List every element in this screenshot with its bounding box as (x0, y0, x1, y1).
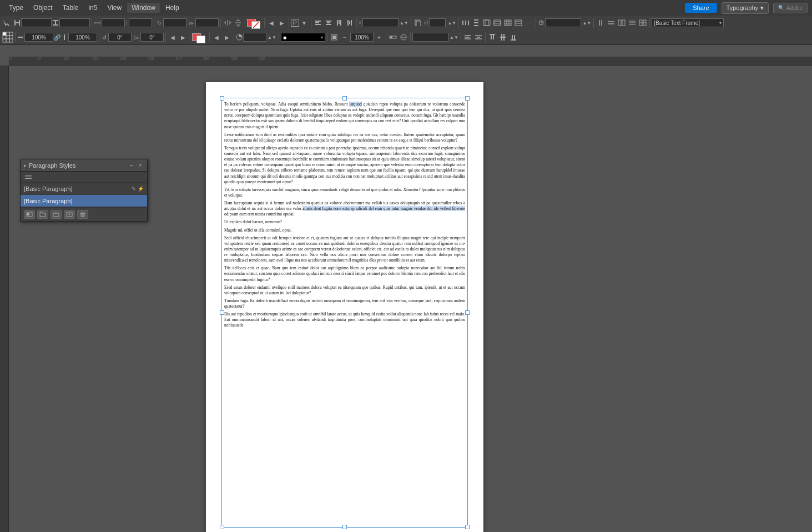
handle-bot-left[interactable] (220, 525, 224, 529)
row2-arrow1-button[interactable]: ◀ (211, 32, 221, 42)
pages-input[interactable]: 1 (429, 18, 446, 27)
opacity-input[interactable]: 100% (243, 33, 266, 42)
panel-collapse-icon[interactable]: ▸ (24, 163, 27, 168)
vert-top-button[interactable] (487, 32, 497, 42)
panel-header[interactable]: ▸ Paragraph Styles × (21, 159, 147, 172)
mask2-button[interactable] (399, 32, 408, 42)
opacity-arrows[interactable]: ▲▼ (267, 32, 277, 42)
row2-shear-input[interactable] (140, 33, 164, 42)
handle-bot-right[interactable] (465, 525, 470, 529)
text-col-button[interactable] (617, 18, 627, 28)
menu-help[interactable]: Help (161, 3, 184, 13)
align-center-button[interactable] (324, 18, 334, 28)
panel-menu-button[interactable] (24, 174, 33, 180)
row2-y-input[interactable]: 4,233 mm (412, 33, 448, 42)
row-button[interactable] (606, 18, 616, 28)
frame-fit-button[interactable] (329, 32, 339, 42)
row2-rotation-input[interactable] (108, 33, 132, 42)
align-left-button[interactable] (313, 18, 323, 28)
type-col-button[interactable] (627, 18, 637, 28)
panel-load-button[interactable] (51, 210, 62, 219)
svg-rect-35 (505, 20, 511, 26)
menu-in5[interactable]: in5 (84, 3, 102, 13)
panel-minimize-button[interactable] (128, 162, 135, 169)
menu-type[interactable]: Type (4, 3, 28, 13)
x-input[interactable]: 4,233 mm (362, 18, 399, 27)
para-style-item-1[interactable]: [Basic Paragraph] (21, 195, 147, 207)
more-options-button[interactable]: ⋯ (524, 18, 534, 28)
adobe-search[interactable]: 🔍 Adobe (773, 3, 808, 13)
text-align2-button[interactable] (473, 32, 483, 42)
y-arrow-button[interactable]: ▲▼ (582, 18, 592, 28)
align-middle-button[interactable] (345, 18, 355, 28)
zoom-out-button[interactable]: − (340, 32, 350, 42)
stroke-color-button[interactable] (251, 21, 260, 29)
text-frame-button[interactable]: P (291, 19, 299, 27)
row2-arrow2-button[interactable]: ▶ (222, 32, 232, 42)
dist-v-button[interactable] (471, 18, 481, 28)
pages-of-label: of (424, 20, 428, 26)
row2-width-input[interactable] (24, 33, 53, 42)
panel-close-button[interactable]: × (137, 162, 144, 169)
handle-mid-left[interactable] (220, 310, 224, 315)
row-guide-button[interactable] (492, 18, 502, 28)
prev-button[interactable]: ◀ (266, 18, 276, 28)
row2-y-arrows[interactable]: ▲▼ (449, 32, 459, 42)
flip-v-button[interactable] (233, 18, 243, 28)
align-top-button[interactable] (334, 18, 344, 28)
text-arrow-button[interactable]: ▼ (299, 18, 309, 28)
menu-object[interactable]: Object (29, 3, 57, 13)
mask1-button[interactable] (388, 32, 398, 42)
panel-delete-button[interactable] (77, 210, 88, 219)
row2-height-input[interactable] (68, 33, 97, 42)
svg-rect-61 (3, 39, 6, 42)
text-frame[interactable]: To berlers peliquam, voluptae. Adia eseq… (221, 98, 468, 528)
scale-x-input[interactable]: 100% (102, 18, 125, 27)
handle-mid-right[interactable] (465, 310, 470, 315)
scale-y-input[interactable]: 100% (129, 18, 152, 27)
row2-stroke-button[interactable] (196, 36, 205, 43)
reference-point-icon[interactable] (2, 32, 13, 43)
table-button[interactable] (513, 18, 523, 28)
zoom-input[interactable] (350, 33, 374, 42)
para-style-item-0[interactable]: [Basic Paragraph] ✎ ⚡ (21, 183, 147, 195)
vert-bot-button[interactable] (508, 32, 518, 42)
pages-arrows[interactable]: ▲▼ (447, 18, 457, 28)
flip-h-button[interactable] (223, 18, 233, 28)
zoom-in-button[interactable]: + (374, 32, 384, 42)
share-button[interactable]: Share (685, 3, 717, 13)
col-button[interactable] (596, 18, 606, 28)
col-guide-button[interactable] (482, 18, 492, 28)
row2-prev-button[interactable]: ◀ (168, 32, 178, 42)
y-input[interactable]: 4,233 mm (545, 18, 581, 27)
height-input[interactable]: 246,5 mm (59, 18, 90, 27)
handle-top-center[interactable] (342, 96, 347, 101)
panel-thumbnail-button[interactable] (24, 210, 35, 219)
text-align1-button[interactable] (463, 32, 473, 42)
svg-rect-20 (416, 21, 421, 26)
frame-label-dropdown[interactable]: [Basic Text Frame] ▾ (652, 18, 724, 27)
scale-y-label: ↕ (125, 20, 128, 26)
panel-new-button[interactable] (64, 210, 75, 219)
dist-h-button[interactable] (461, 18, 471, 28)
width-input[interactable]: 164 mm (21, 18, 52, 27)
color-dropdown[interactable]: ■ ▾ (281, 33, 325, 42)
handle-top-left[interactable] (220, 96, 224, 101)
pages-icon[interactable] (413, 18, 423, 28)
rotation-input[interactable]: 0° (163, 18, 186, 27)
typography-dropdown[interactable]: Typography ▾ (722, 2, 769, 14)
menu-table[interactable]: Table (58, 3, 83, 13)
menu-window[interactable]: Window (127, 3, 160, 13)
menu-view[interactable]: View (103, 3, 126, 13)
spread-button[interactable] (638, 18, 648, 28)
handle-top-right[interactable] (465, 96, 470, 101)
grid-button[interactable] (503, 18, 513, 28)
vert-mid-button[interactable] (498, 32, 508, 42)
handle-bot-center[interactable] (342, 525, 347, 529)
shear-input[interactable]: 0° (195, 18, 219, 27)
ruler-label-120: 120 (92, 57, 99, 61)
panel-folder-button[interactable] (37, 210, 48, 219)
next-button[interactable]: ▶ (277, 18, 287, 28)
row2-next-button[interactable]: ▶ (178, 32, 188, 42)
x-arrow-button[interactable]: ▲▼ (399, 18, 409, 28)
